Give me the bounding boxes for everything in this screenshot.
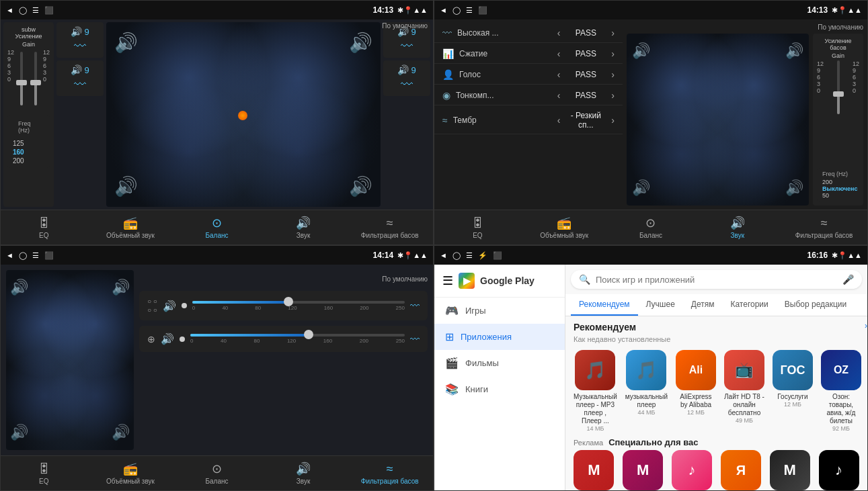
q4-tab-best[interactable]: Лучшее bbox=[638, 294, 683, 316]
q2-default-btn[interactable]: По умолчанию bbox=[627, 24, 863, 31]
q4-app-zvuk[interactable]: ♪ Звук bbox=[672, 450, 713, 490]
q3-nav-sound[interactable]: 🔊 Звук bbox=[260, 461, 347, 485]
q1-nav-balance[interactable]: ⊙ Баланс bbox=[173, 216, 260, 239]
q1-balance-dot[interactable] bbox=[238, 111, 247, 120]
q2-nav-eq[interactable]: 🎛 EQ bbox=[434, 216, 521, 239]
q1-freq-160[interactable]: 160 bbox=[13, 148, 44, 157]
q2-row-voice[interactable]: 👤 Голос ‹ PASS › bbox=[434, 65, 623, 85]
q2-row-loudness-left[interactable]: ‹ bbox=[557, 90, 561, 101]
q4-sidebar-games[interactable]: 🎮 Игры bbox=[434, 298, 565, 324]
q1-nav-sound[interactable]: 🔊 Звук bbox=[260, 216, 347, 239]
q4-status-bar: ◄ ◯ ☰ ⚡ ⬛ 16:16 ✱ 📍 ▲▲ bbox=[434, 246, 867, 265]
q2-speaker-tr: 🔊 bbox=[785, 42, 803, 60]
q1-menu-btn[interactable]: ☰ bbox=[32, 6, 39, 15]
q2-row-voice-right[interactable]: › bbox=[611, 69, 615, 80]
q4-app-yandex[interactable]: Я Яндекс bbox=[720, 450, 761, 490]
q4-app-gos[interactable]: ГОС Госуслуги 12 МБ bbox=[773, 350, 813, 432]
q2-row-high[interactable]: 〰 Высокая ... ‹ PASS › bbox=[434, 24, 623, 43]
q2-nav-bass[interactable]: ≈ Фильтрация басов bbox=[781, 216, 867, 239]
q1-default-btn[interactable]: По умолчанию bbox=[382, 22, 428, 30]
q2-row-timbre-left[interactable]: ‹ bbox=[557, 115, 561, 126]
q4-section1-more[interactable]: › bbox=[865, 321, 867, 330]
q4-tab-kids[interactable]: Детям bbox=[683, 294, 723, 316]
q4-app-moto[interactable]: M Мото bbox=[769, 450, 810, 490]
q2-car-visual[interactable]: 🔊 🔊 🔊 🔊 bbox=[627, 34, 809, 206]
q1-back-btn[interactable]: ◄ bbox=[6, 6, 13, 14]
q4-app-tv[interactable]: 📺 Лайт HD T8 - онлайн бесплатно 49 МБ bbox=[724, 350, 764, 432]
q3-slider2[interactable]: 0 40 80 120 160 200 250 bbox=[190, 334, 405, 344]
q4-tab-recommended[interactable]: Рекомендуем bbox=[571, 294, 638, 316]
q3-nav-eq[interactable]: 🎛 EQ bbox=[1, 462, 87, 485]
q3-nav-bass[interactable]: ≈ Фильтрация басов bbox=[346, 462, 433, 485]
q2-speaker-bl: 🔊 bbox=[632, 179, 650, 197]
q4-back-btn[interactable]: ◄ bbox=[440, 251, 447, 259]
q3-slider2-thumb[interactable] bbox=[304, 330, 313, 339]
q4-app-music2[interactable]: 🎵 музыкальный плеер 44 МБ bbox=[625, 350, 668, 432]
q4-app-metro[interactable]: M Метро bbox=[574, 450, 615, 490]
q4-search-input[interactable] bbox=[596, 275, 837, 285]
q2-row-compress[interactable]: 📊 Сжатие ‹ PASS › bbox=[434, 44, 623, 64]
q2-home-btn[interactable]: ◯ bbox=[452, 6, 461, 15]
q2-freq-active[interactable]: Выключенс bbox=[822, 185, 854, 192]
q1-car-visual[interactable]: 🔊 🔊 🔊 🔊 bbox=[106, 22, 381, 207]
q3-slider2-row: ⊕ 🔊 0 40 80 120 1 bbox=[147, 332, 420, 345]
q4-sidebar-apps[interactable]: ⊞ Приложения bbox=[434, 324, 565, 350]
q4-app-oz[interactable]: OZ Озон: товары, авиа, ж/д билеты 92 МБ bbox=[821, 350, 861, 432]
q4-tab-editors[interactable]: Выбор редакции bbox=[777, 294, 855, 316]
q1-home-btn[interactable]: ◯ bbox=[19, 6, 27, 15]
q4-app-ali[interactable]: Ali AliExpress by Alibaba 12 МБ bbox=[676, 350, 716, 432]
q1-nav-eq[interactable]: 🎛 EQ bbox=[1, 216, 87, 239]
q2-back-btn[interactable]: ◄ bbox=[440, 6, 447, 14]
q4-home-btn[interactable]: ◯ bbox=[452, 251, 461, 260]
q1-gain-slider-right[interactable] bbox=[34, 52, 37, 105]
q2-menu-btn[interactable]: ☰ bbox=[466, 6, 473, 15]
q1-nav-surround[interactable]: 📻 Объёмный звук bbox=[87, 216, 174, 239]
q3-car-visual[interactable]: 🔊 🔊 🔊 🔊 bbox=[6, 270, 134, 450]
q1-gain-slider-left[interactable] bbox=[20, 52, 23, 105]
q1-gain-thumb-right[interactable] bbox=[30, 80, 41, 85]
q2-row-timbre-right[interactable]: › bbox=[611, 115, 615, 126]
q4-menu-btn[interactable]: ☰ bbox=[466, 251, 473, 260]
q2-vslider[interactable] bbox=[837, 60, 840, 114]
q2-row-voice-left[interactable]: ‹ bbox=[557, 69, 561, 80]
q2-row-high-left[interactable]: ‹ bbox=[557, 28, 561, 38]
q4-app-music1[interactable]: 🎵 Музыкальный плеер - MP3 плеер , Плеер … bbox=[574, 350, 617, 432]
q3-nav-balance[interactable]: ⊙ Баланс bbox=[173, 461, 260, 485]
q4-search-bar[interactable]: 🔍 🎤 bbox=[571, 270, 862, 289]
q3-slider2-knob[interactable] bbox=[180, 337, 185, 342]
q2-row-compress-right[interactable]: › bbox=[611, 48, 615, 59]
q4-sidebar-books[interactable]: 📚 Книги bbox=[434, 376, 565, 402]
q2-vslider-thumb[interactable] bbox=[833, 91, 844, 97]
q3-slider1-thumb[interactable] bbox=[284, 297, 293, 306]
q1-gain-thumb-left[interactable] bbox=[16, 80, 27, 85]
q4-gplay-main: 🔍 🎤 Рекомендуем Лучшее Детям Категории В… bbox=[565, 265, 867, 490]
q3-home-btn[interactable]: ◯ bbox=[19, 251, 27, 260]
q3-nav-surround-icon: 📻 bbox=[123, 461, 138, 476]
q4-mic-icon[interactable]: 🎤 bbox=[842, 274, 854, 285]
q4-app-tiktok[interactable]: ♪ TikTok bbox=[818, 450, 859, 490]
q2-nav-sound[interactable]: 🔊 Звук bbox=[694, 216, 781, 239]
q1-nav-bass[interactable]: ≈ Фильтрация басов bbox=[346, 216, 433, 239]
q4-hamburger-icon[interactable]: ☰ bbox=[442, 273, 453, 288]
q2-row-high-right[interactable]: › bbox=[611, 28, 615, 38]
q4-tab-categories[interactable]: Категории bbox=[722, 294, 776, 316]
q2-gain-slider[interactable] bbox=[832, 60, 845, 114]
q3-menu-btn[interactable]: ☰ bbox=[32, 251, 39, 260]
q2-row-high-val: PASS bbox=[565, 28, 606, 38]
q4-sidebar-movies[interactable]: 🎬 Фильмы bbox=[434, 350, 565, 376]
q2-nav-balance[interactable]: ⊙ Баланс bbox=[608, 216, 695, 239]
q4-app-mbank[interactable]: М М банк bbox=[623, 450, 664, 490]
q2-row-compress-left[interactable]: ‹ bbox=[557, 48, 561, 59]
q2-row-loudness[interactable]: ◉ Тонкомп... ‹ PASS › bbox=[434, 86, 623, 105]
q2-row-timbre[interactable]: ≈ Тембр ‹ - Резкий сп... › bbox=[434, 107, 623, 134]
q1-gain-panel: subw Усиление Gain 12 9 6 3 0 bbox=[3, 22, 54, 207]
q3-slider2-labels: 0 40 80 120 160 200 250 bbox=[190, 338, 405, 344]
q3-back-btn[interactable]: ◄ bbox=[6, 251, 13, 259]
q3-slider1[interactable]: 0 40 80 120 160 200 250 bbox=[192, 301, 405, 311]
q2-nav-surround[interactable]: 📻 Объёмный звук bbox=[521, 216, 608, 239]
q3-default-btn[interactable]: По умолчанию bbox=[139, 275, 428, 283]
q2-row-loudness-right[interactable]: › bbox=[611, 90, 615, 101]
q3-slider1-knob[interactable] bbox=[182, 303, 187, 308]
q3-nav-surround[interactable]: 📻 Объёмный звук bbox=[87, 461, 174, 485]
q4-app-oz-size: 92 МБ bbox=[832, 425, 850, 432]
